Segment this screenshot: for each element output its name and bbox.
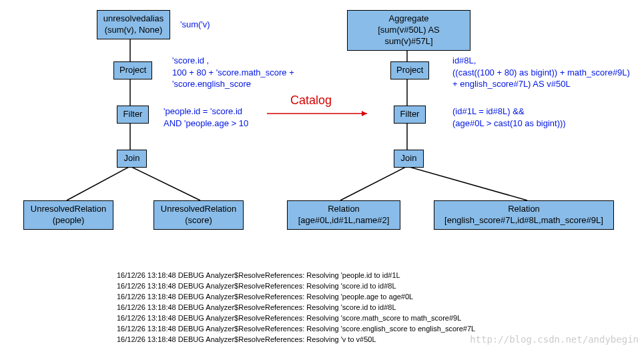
node-filter-left: Filter [117,106,149,124]
node-unresolved-score: UnresolvedRelation(score) [153,200,244,230]
watermark: http://blog.csdn.net/andybegin [470,334,639,345]
log-line: 16/12/26 13:18:48 DEBUG Analyzer$Resolve… [117,335,475,345]
log-line: 16/12/26 13:18:48 DEBUG Analyzer$Resolve… [117,324,475,335]
log-line: 16/12/26 13:18:48 DEBUG Analyzer$Resolve… [117,271,475,281]
node-relation-people: Relation[age#0L,id#1L,name#2] [287,200,400,230]
annot-project-right: id#8L,((cast((100 + 80) as bigint)) + ma… [452,55,630,90]
annot-sumv: 'sum('v) [180,19,210,31]
node-aggregate: Aggregate[sum(v#50L) AS sum(v)#57L] [347,10,470,51]
annot-project-left: 'score.id ,100 + 80 + 'score.math_score … [172,55,294,90]
node-filter-right: Filter [394,106,426,124]
svg-line-9 [407,166,527,200]
svg-marker-11 [362,111,367,116]
node-relation-score: Relation[english_score#7L,id#8L,math_sco… [434,200,614,230]
log-line: 16/12/26 13:18:48 DEBUG Analyzer$Resolve… [117,313,475,324]
log-line: 16/12/26 13:18:48 DEBUG Analyzer$Resolve… [117,281,475,292]
catalog-label: Catalog [290,94,332,108]
log-line: 16/12/26 13:18:48 DEBUG Analyzer$Resolve… [117,303,475,313]
annot-filter-left: 'people.id = 'score.idAND 'people.age > … [164,106,248,129]
svg-line-8 [340,166,407,200]
node-join-right: Join [394,150,424,168]
node-unresolved-people: UnresolvedRelation(people) [23,200,113,230]
node-unresolvedalias: unresolvedalias(sum(v), None) [97,10,170,39]
log-line: 16/12/26 13:18:48 DEBUG Analyzer$Resolve… [117,292,475,303]
node-project-left: Project [113,61,152,79]
annot-filter-right: (id#1L = id#8L) &&(age#0L > cast(10 as b… [452,106,566,129]
svg-line-3 [67,166,130,200]
svg-line-4 [130,166,200,200]
debug-log: 16/12/26 13:18:48 DEBUG Analyzer$Resolve… [117,271,475,345]
node-project-right: Project [390,61,429,79]
node-join-left: Join [117,150,147,168]
